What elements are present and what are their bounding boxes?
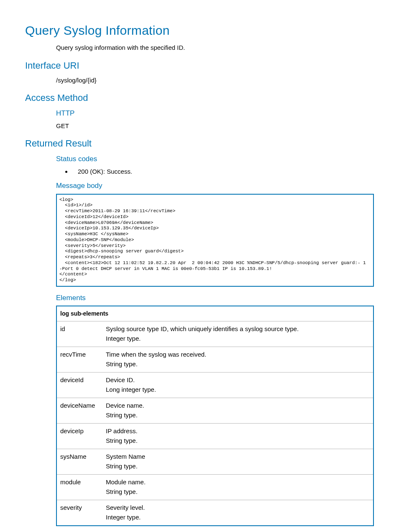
status-code-item: 200 (OK): Success. xyxy=(72,167,374,177)
row-desc-line: Device ID. xyxy=(106,375,370,385)
row-desc-line: String type. xyxy=(106,462,370,471)
row-desc-line: String type. xyxy=(106,436,370,446)
row-name: recvTime xyxy=(56,347,102,373)
row-desc-line: System Name xyxy=(106,452,370,462)
row-desc-line: Integer type. xyxy=(106,513,370,522)
row-desc: Device ID. Long integer type. xyxy=(102,373,373,398)
row-desc: Module name. String type. xyxy=(102,475,373,500)
elements-heading: Elements xyxy=(56,293,374,303)
table-header: log sub-elements xyxy=(56,306,373,321)
section-access-method: Access Method xyxy=(25,91,374,105)
row-desc: Time when the syslog was received. Strin… xyxy=(102,347,373,373)
table-row: deviceName Device name. String type. xyxy=(56,398,373,424)
row-desc: Severity level. Integer type. xyxy=(102,500,373,526)
status-codes-list: 200 (OK): Success. xyxy=(72,167,374,177)
message-body-heading: Message body xyxy=(56,180,374,191)
row-desc-line: Syslog source type ID, which uniquely id… xyxy=(106,324,370,334)
row-desc-line: String type. xyxy=(106,360,370,369)
page-title: Query Syslog Information xyxy=(25,21,374,40)
table-row: deviceIp IP address. String type. xyxy=(56,424,373,449)
interface-uri-value: /syslog/log/{id} xyxy=(56,76,374,85)
table-row: deviceId Device ID. Long integer type. xyxy=(56,373,373,398)
row-desc-line: Long integer type. xyxy=(106,385,370,395)
row-desc: System Name String type. xyxy=(102,449,373,475)
table-row: module Module name. String type. xyxy=(56,475,373,500)
intro-text: Query syslog information with the specif… xyxy=(56,43,374,53)
row-desc-line: Time when the syslog was received. xyxy=(106,350,370,360)
row-desc: IP address. String type. xyxy=(102,424,373,449)
row-desc-line: IP address. xyxy=(106,427,370,436)
message-body-code: <log> <id>1>/id> <recvTime>2011-08-29 16… xyxy=(56,194,374,287)
section-interface-uri: Interface URI xyxy=(25,59,374,72)
table-row: id Syslog source type ID, which uniquely… xyxy=(56,321,373,347)
status-codes-heading: Status codes xyxy=(56,154,374,164)
http-subheading: HTTP xyxy=(56,108,374,119)
row-name: id xyxy=(56,321,102,347)
row-desc-line: String type. xyxy=(106,487,370,497)
table-row: severity Severity level. Integer type. xyxy=(56,500,373,526)
row-name: deviceIp xyxy=(56,424,102,449)
http-value: GET xyxy=(56,121,374,131)
row-name: sysName xyxy=(56,449,102,475)
row-name: deviceName xyxy=(56,398,102,424)
row-desc-line: Device name. xyxy=(106,401,370,411)
elements-table: log sub-elements id Syslog source type I… xyxy=(56,306,374,526)
row-desc-line: String type. xyxy=(106,411,370,420)
table-row: recvTime Time when the syslog was receiv… xyxy=(56,347,373,373)
row-name: module xyxy=(56,475,102,500)
row-name: deviceId xyxy=(56,373,102,398)
row-desc-line: Integer type. xyxy=(106,334,370,344)
row-desc-line: Module name. xyxy=(106,478,370,487)
section-returned-result: Returned Result xyxy=(25,136,374,150)
table-row: sysName System Name String type. xyxy=(56,449,373,475)
row-desc-line: Severity level. xyxy=(106,503,370,513)
row-name: severity xyxy=(56,500,102,526)
row-desc: Syslog source type ID, which uniquely id… xyxy=(102,321,373,347)
row-desc: Device name. String type. xyxy=(102,398,373,424)
